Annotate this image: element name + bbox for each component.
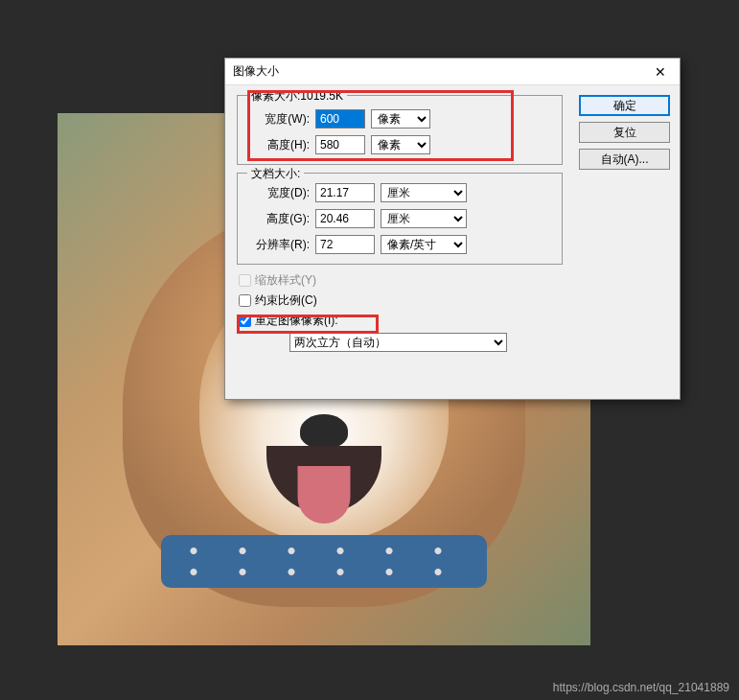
resample-checkbox[interactable] [239,315,251,327]
auto-button[interactable]: 自动(A)... [579,149,670,170]
scale-styles-label: 缩放样式(Y) [255,272,316,289]
height-input[interactable] [315,135,365,154]
constrain-row[interactable]: 约束比例(C) [237,292,563,309]
doc-height-label: 高度(G): [247,211,310,227]
scale-styles-row: 缩放样式(Y) [237,272,563,289]
pixel-dimensions-group: 像素大小:1019.5K 宽度(W): 像素 高度(H): 像素 [237,95,563,165]
ok-button[interactable]: 确定 [579,95,670,116]
doc-width-unit-select[interactable]: 厘米 [381,183,467,202]
doc-size-legend: 文档大小: [247,166,304,182]
scale-styles-checkbox [239,274,251,287]
width-label: 宽度(W): [247,111,310,128]
resample-method-select[interactable]: 两次立方（自动） [289,333,507,352]
height-unit-select[interactable]: 像素 [371,135,430,154]
resolution-label: 分辨率(R): [247,237,310,253]
constrain-label: 约束比例(C) [255,292,317,309]
watermark: https://blog.csdn.net/qq_21041889 [553,681,729,694]
dialog-title: 图像大小 [233,63,279,80]
doc-width-label: 宽度(D): [247,185,310,201]
constrain-checkbox[interactable] [239,294,251,307]
width-input[interactable] [315,109,365,128]
titlebar[interactable]: 图像大小 ✕ [225,58,680,85]
resolution-input[interactable] [315,235,375,254]
height-label: 高度(H): [247,137,310,153]
resample-label: 重定图像像素(I): [255,313,338,329]
resolution-unit-select[interactable]: 像素/英寸 [381,235,467,254]
doc-height-input[interactable] [315,209,375,228]
image-size-dialog: 图像大小 ✕ 像素大小:1019.5K 宽度(W): 像素 高度(H): [224,58,681,400]
resample-row[interactable]: 重定图像像素(I): [237,313,563,329]
pixel-dims-legend: 像素大小:1019.5K [247,88,347,105]
close-button[interactable]: ✕ [641,58,680,85]
doc-width-input[interactable] [315,183,375,202]
width-unit-select[interactable]: 像素 [371,109,430,128]
close-icon: ✕ [655,64,666,80]
doc-height-unit-select[interactable]: 厘米 [381,209,467,228]
document-size-group: 文档大小: 宽度(D): 厘米 高度(G): 厘米 分辨率(R): [237,173,563,265]
reset-button[interactable]: 复位 [579,122,670,143]
